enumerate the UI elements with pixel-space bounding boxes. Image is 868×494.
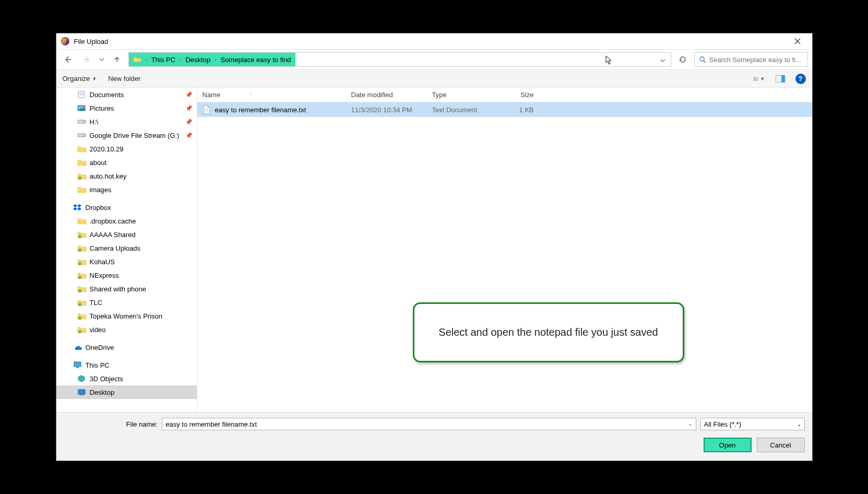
- syncfolder-icon: [77, 312, 87, 320]
- col-name[interactable]: Name ˄: [197, 91, 346, 99]
- tree-item[interactable]: OneDrive: [56, 340, 197, 354]
- folder-icon: [77, 185, 87, 194]
- col-size[interactable]: Size: [497, 91, 539, 99]
- file-size: 1 KB: [497, 106, 539, 114]
- tree-item[interactable]: Camera Uploads: [56, 241, 197, 255]
- tree-item[interactable]: Documents📌: [56, 88, 197, 101]
- window-title: File Upload: [74, 38, 109, 45]
- caret-down-icon: ▼: [760, 76, 765, 81]
- tree-item[interactable]: .dropbox.cache: [56, 214, 197, 228]
- recent-dropdown[interactable]: [98, 52, 105, 67]
- svg-rect-11: [79, 93, 84, 93]
- tree-item-label: Topeka Women's Prison: [90, 312, 163, 320]
- desktop-icon: [77, 388, 87, 396]
- tree-item[interactable]: about: [56, 156, 197, 169]
- folder-icon: [77, 158, 87, 167]
- new-folder-button[interactable]: New folder: [108, 75, 140, 83]
- syncfolder-icon: [77, 172, 87, 180]
- tree-item-label: OneDrive: [86, 344, 114, 351]
- pin-icon: 📌: [185, 105, 193, 112]
- instruction-callout: Select and open the notepad file you jus…: [413, 302, 684, 362]
- pin-icon: 📌: [185, 119, 193, 125]
- refresh-button[interactable]: [675, 52, 690, 67]
- svg-point-25: [78, 303, 81, 306]
- tree-item[interactable]: Google Drive File Stream (G:)📌: [56, 128, 197, 142]
- col-date[interactable]: Date modified: [346, 91, 427, 99]
- tree-item[interactable]: 3D Objects: [56, 372, 197, 385]
- tree-item[interactable]: 2020.10.29: [56, 142, 197, 156]
- tree-item[interactable]: Topeka Women's Prison: [56, 309, 197, 323]
- syncfolder-icon: [77, 271, 87, 279]
- sidebar[interactable]: Documents📌Pictures📌H:\📌Google Drive File…: [56, 88, 197, 412]
- tree-item[interactable]: video: [56, 323, 197, 336]
- tree-item[interactable]: Shared with phone: [56, 282, 197, 296]
- forward-button[interactable]: [79, 52, 94, 67]
- close-button[interactable]: [787, 33, 808, 49]
- svg-rect-2: [754, 77, 755, 78]
- pin-icon: 📌: [185, 91, 193, 98]
- tree-item-label: Camera Uploads: [90, 244, 141, 252]
- column-headers[interactable]: Name ˄ Date modified Type Size: [197, 88, 812, 102]
- tree-item[interactable]: Pictures📌: [56, 101, 197, 115]
- breadcrumb-part[interactable]: Someplace easy to find: [220, 56, 291, 64]
- chevron-right-icon: ›: [145, 57, 148, 63]
- syncfolder-icon: [77, 257, 87, 266]
- tree-item-label: 3D Objects: [90, 375, 123, 383]
- tree-item-label: Pictures: [90, 104, 114, 112]
- tree-item[interactable]: KohaUS: [56, 255, 197, 268]
- organize-button[interactable]: Organize ▼: [63, 75, 97, 83]
- cancel-button[interactable]: Cancel: [757, 438, 805, 452]
- titlebar: File Upload: [56, 33, 812, 49]
- svg-rect-7: [755, 80, 758, 80]
- tree-item-label: Documents: [90, 91, 124, 99]
- svg-point-14: [79, 107, 80, 109]
- help-button[interactable]: ?: [795, 74, 806, 84]
- tree-item[interactable]: Desktop: [56, 385, 197, 399]
- search-box[interactable]: [694, 52, 808, 67]
- tree-item-label: This PC: [86, 361, 110, 369]
- tree-item[interactable]: auto.hot.key: [56, 169, 197, 183]
- search-input[interactable]: [709, 56, 803, 64]
- tree-item[interactable]: Dropbox: [56, 201, 197, 214]
- drive-icon: [77, 131, 87, 139]
- preview-pane-button[interactable]: [775, 73, 786, 85]
- breadcrumb-dropdown[interactable]: [655, 55, 671, 64]
- breadcrumb-part[interactable]: Desktop: [185, 56, 210, 64]
- tree-item-label: KohaUS: [90, 258, 115, 266]
- thispc-icon: [73, 361, 82, 369]
- pin-icon: 📌: [185, 132, 193, 139]
- breadcrumb-part[interactable]: This PC: [151, 56, 175, 64]
- chevron-down-icon[interactable]: ⌄: [688, 421, 692, 427]
- filename-label: File name:: [126, 420, 158, 428]
- chevron-right-icon: ›: [213, 57, 217, 63]
- file-name: easy to remember filename.txt: [215, 106, 306, 114]
- tree-item[interactable]: This PC: [56, 358, 197, 372]
- tree-item[interactable]: H:\📌: [56, 115, 197, 128]
- svg-rect-9: [781, 75, 785, 83]
- tree-item-label: auto.hot.key: [90, 172, 127, 180]
- tree-item[interactable]: images: [56, 183, 197, 196]
- file-row[interactable]: easy to remember filename.txt11/3/2020 1…: [197, 102, 812, 117]
- svg-point-1: [700, 57, 704, 61]
- svg-point-26: [78, 316, 81, 320]
- svg-point-20: [78, 235, 81, 238]
- tree-item-label: .dropbox.cache: [90, 217, 136, 225]
- tree-item[interactable]: TLC: [56, 296, 197, 309]
- svg-rect-30: [78, 390, 85, 394]
- filetype-select[interactable]: All Files (*.*) ⌄: [700, 418, 805, 430]
- view-mode-button[interactable]: ▼: [754, 73, 765, 85]
- col-type[interactable]: Type: [427, 91, 497, 99]
- up-button[interactable]: [110, 52, 124, 67]
- filename-input[interactable]: [162, 418, 696, 430]
- back-button[interactable]: [61, 52, 75, 67]
- tree-item[interactable]: NExpress: [56, 268, 197, 282]
- file-view[interactable]: Name ˄ Date modified Type Size easy to r…: [197, 88, 812, 412]
- navbar: › This PC › Desktop › Someplace easy to …: [56, 49, 812, 70]
- breadcrumb[interactable]: › This PC › Desktop › Someplace easy to …: [128, 52, 671, 67]
- tree-item-label: Desktop: [90, 389, 115, 396]
- file-date: 11/3/2020 10:34 PM: [346, 106, 427, 114]
- breadcrumb-root[interactable]: › This PC › Desktop › Someplace easy to …: [129, 53, 295, 66]
- open-button[interactable]: Open: [704, 438, 752, 452]
- tree-item[interactable]: AAAAA Shared: [56, 228, 197, 241]
- svg-point-16: [84, 121, 85, 122]
